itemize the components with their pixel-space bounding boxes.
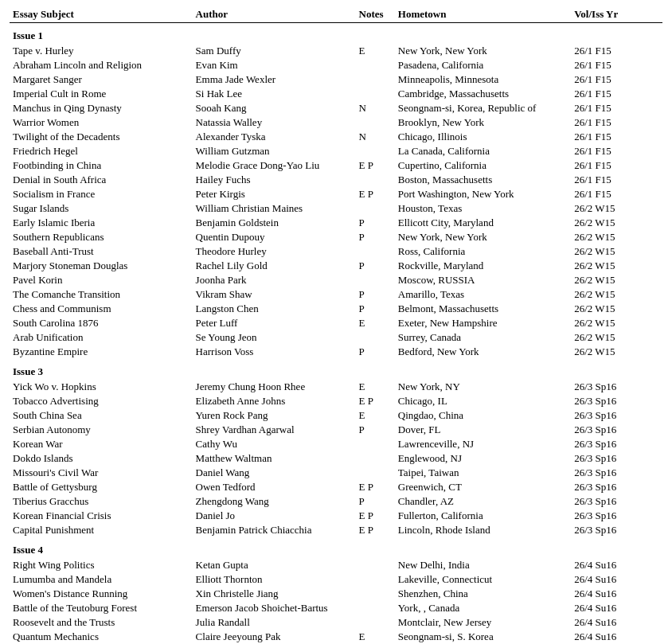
table-row: Socialism in FrancePeter KirgisE PPort W… [10, 187, 662, 201]
hometown: Chicago, Illinois [395, 130, 571, 144]
section-header-row: Issue 1 [10, 23, 662, 45]
notes [356, 115, 395, 130]
vol-iss-yr: 26/3 Sp16 [571, 451, 662, 466]
notes: E P [356, 187, 395, 201]
table-row: Baseball Anti-TrustTheodore HurleyRoss, … [10, 244, 662, 259]
section-header-label: Issue 1 [10, 23, 662, 45]
essay-subject: Twilight of the Decadents [10, 130, 193, 144]
notes: E [356, 630, 395, 644]
author-name: Emma Jade Wexler [193, 72, 356, 87]
essay-subject: Tobacco Advertising [10, 394, 193, 408]
table-row: Margaret SangerEmma Jade WexlerMinneapol… [10, 72, 662, 87]
vol-iss-yr: 26/1 F15 [571, 101, 662, 115]
vol-iss-yr: 26/1 F15 [571, 144, 662, 158]
vol-iss-yr: 26/3 Sp16 [571, 494, 662, 509]
col-header-vol: Vol/Iss Yr [571, 6, 662, 23]
vol-iss-yr: 26/2 W15 [571, 345, 662, 359]
notes: P [356, 259, 395, 273]
vol-iss-yr: 26/1 F15 [571, 115, 662, 130]
table-row: Dokdo IslandsMatthew WaltmanEnglewood, N… [10, 451, 662, 466]
hometown: Chicago, IL [395, 394, 571, 408]
essay-subject: Tape v. Hurley [10, 44, 193, 58]
hometown: Port Washington, New York [395, 187, 571, 201]
hometown: Cambridge, Massachusetts [395, 87, 571, 101]
essay-subject: Footbinding in China [10, 158, 193, 173]
essay-subject: Manchus in Qing Dynasty [10, 101, 193, 115]
notes [356, 87, 395, 101]
col-header-hometown: Hometown [395, 6, 571, 23]
section-header-label: Issue 4 [10, 537, 662, 558]
hometown: Pasadena, California [395, 58, 571, 72]
table-row: The Comanche TransitionVikram ShawPAmari… [10, 287, 662, 302]
author-name: Melodie Grace Dong-Yao Liu [193, 158, 356, 173]
author-name: Se Young Jeon [193, 330, 356, 345]
notes [356, 144, 395, 158]
table-row: Battle of GettysburgOwen TedfordE PGreen… [10, 480, 662, 494]
vol-iss-yr: 26/3 Sp16 [571, 423, 662, 437]
notes [356, 58, 395, 72]
col-header-essay: Essay Subject [10, 6, 193, 23]
author-name: Zhengdong Wang [193, 494, 356, 509]
author-name: Sam Duffy [193, 44, 356, 58]
hometown: New York, NY [395, 380, 571, 394]
table-row: Serbian AutonomyShrey Vardhan AgarwalPDo… [10, 423, 662, 437]
vol-iss-yr: 26/3 Sp16 [571, 437, 662, 451]
author-name: Matthew Waltman [193, 451, 356, 466]
section-header-row: Issue 3 [10, 359, 662, 380]
notes [356, 451, 395, 466]
hometown: Taipei, Taiwan [395, 466, 571, 480]
vol-iss-yr: 26/3 Sp16 [571, 509, 662, 523]
author-name: Owen Tedford [193, 480, 356, 494]
hometown: Rockville, Maryland [395, 259, 571, 273]
notes: E P [356, 480, 395, 494]
table-row: Manchus in Qing DynastySooah KangNSeongn… [10, 101, 662, 115]
vol-iss-yr: 26/4 Su16 [571, 572, 662, 587]
vol-iss-yr: 26/2 W15 [571, 201, 662, 216]
notes [356, 615, 395, 630]
hometown: Greenwich, CT [395, 480, 571, 494]
table-row: South Carolina 1876Peter LuffEExeter, Ne… [10, 316, 662, 330]
essay-subject: Tiberius Gracchus [10, 494, 193, 509]
table-row: Tobacco AdvertisingElizabeth Anne JohnsE… [10, 394, 662, 408]
hometown: Surrey, Canada [395, 330, 571, 345]
essay-subject: Early Islamic Iberia [10, 216, 193, 230]
hometown: Ross, California [395, 244, 571, 259]
author-name: Daniel Jo [193, 509, 356, 523]
notes: E [356, 316, 395, 330]
essay-subject: Lumumba and Mandela [10, 572, 193, 587]
author-name: Theodore Hurley [193, 244, 356, 259]
author-name: Daniel Wang [193, 466, 356, 480]
vol-iss-yr: 26/2 W15 [571, 216, 662, 230]
author-name: Rachel Lily Gold [193, 259, 356, 273]
notes [356, 273, 395, 287]
vol-iss-yr: 26/1 F15 [571, 130, 662, 144]
hometown: New York, New York [395, 230, 571, 244]
notes: P [356, 230, 395, 244]
hometown: Shenzhen, China [395, 587, 571, 601]
notes: P [356, 423, 395, 437]
hometown: Belmont, Massachusetts [395, 302, 571, 316]
hometown: Dover, FL [395, 423, 571, 437]
vol-iss-yr: 26/3 Sp16 [571, 466, 662, 480]
essay-subject: Women's Distance Running [10, 587, 193, 601]
essay-subject: The Comanche Transition [10, 287, 193, 302]
essay-subject: Dokdo Islands [10, 451, 193, 466]
author-name: William Christian Maines [193, 201, 356, 216]
essay-subject: Arab Unification [10, 330, 193, 345]
hometown: Ellicott City, Maryland [395, 216, 571, 230]
hometown: Montclair, New Jersey [395, 615, 571, 630]
essay-subject: Serbian Autonomy [10, 423, 193, 437]
vol-iss-yr: 26/1 F15 [571, 44, 662, 58]
essay-subject: Roosevelt and the Trusts [10, 615, 193, 630]
section-header-label: Issue 3 [10, 359, 662, 380]
author-name: Cathy Wu [193, 437, 356, 451]
hometown: Fullerton, California [395, 509, 571, 523]
author-name: Hailey Fuchs [193, 173, 356, 187]
notes: P [356, 494, 395, 509]
table-row: Roosevelt and the TrustsJulia RandallMon… [10, 615, 662, 630]
notes [356, 437, 395, 451]
vol-iss-yr: 26/1 F15 [571, 158, 662, 173]
essay-subject: Socialism in France [10, 187, 193, 201]
notes: N [356, 130, 395, 144]
essay-subject: Right Wing Politics [10, 558, 193, 572]
